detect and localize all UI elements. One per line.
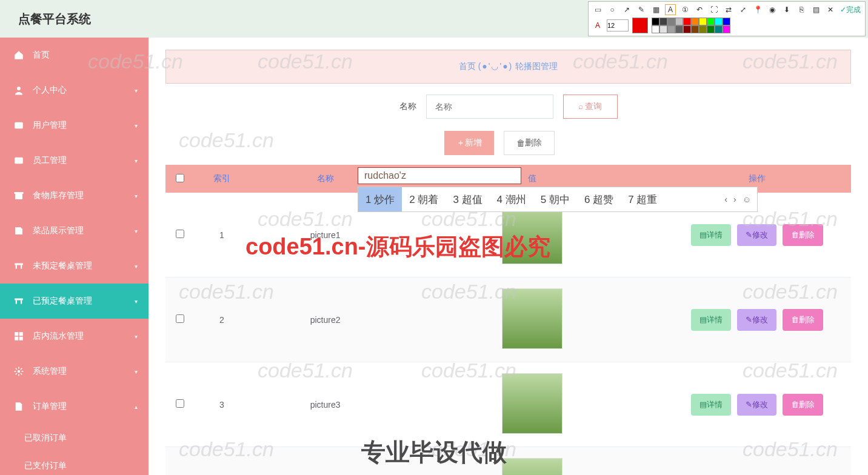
ime-smile-icon[interactable]: ☺ bbox=[743, 194, 751, 204]
sidebar-item-home[interactable]: 首页 bbox=[0, 38, 149, 73]
color-swatch[interactable] bbox=[667, 18, 675, 25]
ime-next-icon[interactable]: › bbox=[733, 194, 736, 204]
color-swatch[interactable] bbox=[699, 18, 707, 25]
select-all-checkbox[interactable] bbox=[176, 174, 184, 182]
chevron-down-icon: ▾ bbox=[135, 298, 138, 305]
color-swatch[interactable] bbox=[715, 18, 723, 25]
ime-candidate[interactable]: 4 潮州 bbox=[490, 193, 533, 207]
text-tool-icon[interactable]: A bbox=[665, 4, 676, 15]
done-button[interactable]: ✓ 完成 bbox=[840, 4, 861, 15]
thumbnail-image bbox=[502, 204, 563, 264]
circle-tool-icon[interactable]: ○ bbox=[607, 4, 618, 15]
sidebar-sub-paid[interactable]: 已支付订单 bbox=[0, 452, 149, 475]
ime-composition[interactable]: rudchao'z bbox=[358, 167, 521, 184]
cell-value bbox=[401, 447, 663, 476]
color-swatch[interactable] bbox=[675, 18, 683, 25]
color-swatch[interactable] bbox=[715, 25, 723, 33]
sidebar-item-label: 未预定餐桌管理 bbox=[33, 261, 92, 271]
color-swatch[interactable] bbox=[683, 25, 691, 33]
ime-prev-icon[interactable]: ‹ bbox=[724, 194, 727, 204]
detail-button[interactable]: ▤ 详情 bbox=[691, 394, 731, 416]
color-swatch[interactable] bbox=[723, 18, 730, 25]
breadcrumb: 首页 (●'◡'●) 轮播图管理 bbox=[165, 50, 851, 84]
svg-rect-6 bbox=[15, 299, 23, 301]
pen-tool-icon[interactable]: ✎ bbox=[636, 4, 647, 15]
color-swatch[interactable] bbox=[683, 18, 691, 25]
copy-icon[interactable]: ⎘ bbox=[796, 4, 807, 15]
ime-candidate[interactable]: 3 超值 bbox=[446, 193, 489, 207]
breadcrumb-face: (●'◡'●) bbox=[478, 61, 513, 71]
sidebar-item-booked[interactable]: 已预定餐桌管理 ▾ bbox=[0, 284, 149, 319]
color-swatch[interactable] bbox=[667, 25, 675, 33]
home-icon bbox=[13, 50, 24, 61]
sidebar-item-label: 系统管理 bbox=[33, 366, 67, 377]
row-checkbox[interactable] bbox=[176, 314, 184, 323]
color-swatch[interactable] bbox=[652, 25, 659, 33]
ime-candidate[interactable]: 5 朝中 bbox=[533, 193, 577, 207]
detail-button[interactable]: ▤ 详情 bbox=[691, 309, 731, 331]
color-swatch[interactable] bbox=[675, 25, 683, 33]
sidebar-item-system[interactable]: 系统管理 ▾ bbox=[0, 354, 149, 389]
user-icon bbox=[13, 85, 24, 96]
current-color-swatch[interactable] bbox=[632, 18, 648, 33]
search-input[interactable] bbox=[426, 95, 553, 119]
edit-icon: ✎ bbox=[746, 230, 752, 239]
color-swatch[interactable] bbox=[691, 18, 699, 25]
close-icon[interactable]: ✕ bbox=[825, 4, 836, 15]
pin2-icon[interactable]: 📍 bbox=[752, 4, 763, 15]
sidebar-item-stock[interactable]: 食物库存管理 ▾ bbox=[0, 178, 149, 213]
sidebar-item-order[interactable]: 订单管理 ▴ bbox=[0, 389, 149, 424]
edit-button[interactable]: ✎ 修改 bbox=[737, 224, 776, 246]
record-icon[interactable]: ◉ bbox=[767, 4, 778, 15]
color-swatch[interactable] bbox=[659, 25, 667, 33]
sidebar-item-profile[interactable]: 个人中心 ▾ bbox=[0, 73, 149, 108]
cell-index: 4 bbox=[195, 447, 249, 476]
color-swatch[interactable] bbox=[699, 25, 707, 33]
color-swatch[interactable] bbox=[723, 25, 730, 33]
delete-button[interactable]: 🗑 删除 bbox=[783, 309, 823, 331]
sidebar-item-unbooked[interactable]: 未预定餐桌管理 ▾ bbox=[0, 248, 149, 284]
edit-button[interactable]: ✎ 修改 bbox=[737, 394, 776, 416]
row-checkbox[interactable] bbox=[176, 230, 184, 238]
color-swatch[interactable] bbox=[659, 18, 667, 25]
cell-actions: ▤ 详情 ✎ 修改 🗑 删除 bbox=[663, 362, 851, 447]
sidebar-item-users[interactable]: 用户管理 ▾ bbox=[0, 108, 149, 143]
thumbnail-image bbox=[502, 373, 563, 434]
arrow-tool-icon[interactable]: ↗ bbox=[621, 4, 632, 15]
cell-index: 3 bbox=[195, 362, 249, 447]
ime-candidate[interactable]: 6 超赞 bbox=[577, 193, 621, 207]
color-swatch[interactable] bbox=[652, 18, 659, 25]
search-button[interactable]: ⌕ 查询 bbox=[563, 95, 618, 119]
add-button[interactable]: ＋ 新增 bbox=[444, 131, 494, 155]
sidebar-sub-cancelled[interactable]: 已取消订单 bbox=[0, 424, 149, 452]
sidebar-item-flow[interactable]: 店内流水管理 ▾ bbox=[0, 319, 149, 354]
pin-icon[interactable]: ⤢ bbox=[738, 4, 749, 15]
color-swatch[interactable] bbox=[691, 25, 699, 33]
crop-icon[interactable]: ⛶ bbox=[709, 4, 719, 15]
undo-icon[interactable]: ↶ bbox=[694, 4, 705, 15]
row-checkbox[interactable] bbox=[176, 399, 184, 408]
number-tool-icon[interactable]: ① bbox=[679, 4, 690, 15]
copy2-icon[interactable]: ▤ bbox=[810, 4, 821, 15]
ime-candidate[interactable]: 2 朝着 bbox=[402, 193, 446, 207]
delete-button[interactable]: 🗑 删除 bbox=[783, 224, 823, 246]
table-row: 2 picture2 ▤ 详情 ✎ 修改 🗑 删除 bbox=[165, 277, 851, 362]
ime-candidate[interactable]: 1 炒作 bbox=[358, 187, 402, 211]
font-size-input[interactable] bbox=[607, 19, 629, 32]
breadcrumb-home[interactable]: 首页 bbox=[459, 61, 476, 71]
detail-button[interactable]: ▤ 详情 bbox=[691, 224, 731, 246]
doc-icon: ▤ bbox=[699, 230, 707, 239]
svg-rect-8 bbox=[21, 301, 22, 304]
mosaic-tool-icon[interactable]: ▦ bbox=[650, 4, 661, 15]
color-swatch[interactable] bbox=[707, 25, 715, 33]
sidebar-item-staff[interactable]: 员工管理 ▾ bbox=[0, 143, 149, 178]
color-swatch[interactable] bbox=[707, 18, 715, 25]
ime-candidate[interactable]: 7 超重 bbox=[621, 193, 664, 207]
sidebar-item-dish[interactable]: 菜品展示管理 ▾ bbox=[0, 213, 149, 248]
translate-icon[interactable]: ⇄ bbox=[723, 4, 734, 15]
delete-button[interactable]: 🗑 删除 bbox=[783, 394, 823, 416]
edit-button[interactable]: ✎ 修改 bbox=[737, 309, 776, 331]
bulk-delete-button[interactable]: 🗑 删除 bbox=[504, 131, 555, 155]
rect-tool-icon[interactable]: ▭ bbox=[592, 4, 603, 15]
download-icon[interactable]: ⬇ bbox=[781, 4, 792, 15]
